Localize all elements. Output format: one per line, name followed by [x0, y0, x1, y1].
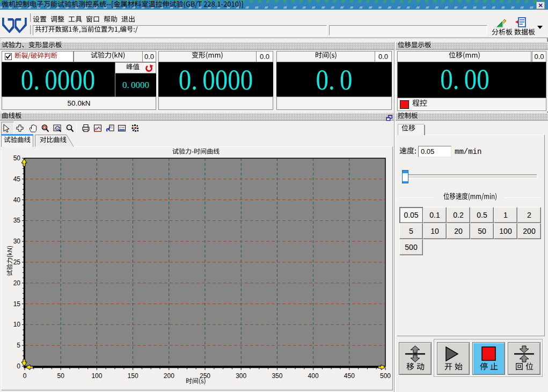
svg-text:500: 500 — [380, 372, 391, 380]
svg-text:45: 45 — [13, 175, 21, 183]
svg-text:35: 35 — [13, 217, 21, 224]
svg-text:40: 40 — [13, 196, 21, 204]
svg-text:100: 100 — [91, 372, 102, 380]
svg-text:20: 20 — [13, 279, 21, 287]
svg-text:200: 200 — [164, 372, 174, 380]
svg-text:5: 5 — [17, 342, 20, 349]
svg-text:450: 450 — [344, 372, 355, 380]
svg-text:50: 50 — [13, 154, 21, 162]
svg-text:25: 25 — [13, 258, 21, 266]
svg-text:350: 350 — [272, 372, 282, 380]
svg-text:400: 400 — [308, 372, 319, 380]
svg-text:30: 30 — [13, 238, 21, 245]
svg-text:50: 50 — [57, 372, 65, 380]
svg-text:0: 0 — [17, 363, 20, 370]
svg-text:15: 15 — [13, 300, 21, 308]
svg-text:0: 0 — [23, 372, 27, 380]
svg-text:150: 150 — [128, 372, 138, 380]
svg-text:10: 10 — [13, 321, 21, 328]
svg-text:300: 300 — [236, 372, 246, 380]
